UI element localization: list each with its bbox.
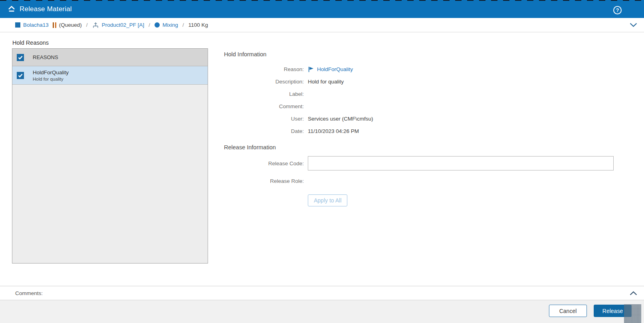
field-description: Description: Hold for quality — [224, 75, 614, 88]
field-reason: Reason: HoldForQuality — [224, 63, 614, 75]
apply-to-all-button[interactable]: Apply to All — [308, 194, 347, 206]
breadcrumb-separator: / — [182, 22, 184, 28]
chevron-up-icon[interactable] — [630, 291, 637, 295]
product-icon — [92, 22, 99, 28]
comments-label: Comments: — [15, 290, 43, 296]
comments-section[interactable]: Comments: — [0, 286, 644, 300]
release-code-input[interactable] — [308, 156, 614, 170]
details-panel: Hold Information Reason: HoldForQuality … — [224, 51, 614, 206]
row-text: HoldForQuality Hold for quality — [33, 69, 69, 81]
breadcrumb: Bolacha13 (Queued) / Product02_PF [A] / … — [0, 18, 644, 32]
material-state: (Queued) — [59, 22, 82, 28]
field-user: User: Services user (CMF\cmfsu) — [224, 113, 614, 125]
field-label-field: Label: — [224, 88, 614, 100]
hold-information-fields: Reason: HoldForQuality Description: Hold… — [224, 63, 614, 137]
reasons-column-header: REASONS — [33, 54, 58, 60]
reason-name: HoldForQuality — [33, 69, 69, 75]
field-label: Label: — [224, 91, 304, 97]
breadcrumb-product: Product02_PF [A] — [92, 22, 145, 28]
cursor-overlay-artifact — [624, 304, 641, 323]
select-all-checkbox[interactable] — [17, 54, 24, 61]
release-role-label: Release Role: — [224, 178, 304, 184]
pause-icon — [53, 22, 56, 28]
field-value: 11/10/2023 04:26 PM — [308, 128, 359, 135]
field-value: HoldForQuality — [308, 66, 353, 73]
hold-reasons-table-header: REASONS — [12, 49, 208, 66]
eject-icon[interactable] — [8, 6, 15, 12]
field-date: Date: 11/10/2023 04:26 PM — [224, 125, 614, 137]
hold-reasons-table: REASONS HoldForQuality Hold for quality — [12, 48, 208, 264]
breadcrumb-product-link[interactable]: Product02_PF [A] — [102, 22, 145, 28]
field-value: Hold for quality — [308, 78, 344, 85]
checkbox-check-icon — [18, 73, 23, 78]
field-label: Comment: — [224, 103, 304, 109]
field-label: Date: — [224, 128, 304, 134]
row-checkbox[interactable] — [17, 72, 24, 79]
page-title: Release Material — [20, 5, 72, 13]
hold-reasons-section-label: Hold Reasons — [12, 40, 49, 46]
breadcrumb-separator: / — [86, 22, 88, 28]
release-role-row: Release Role: — [224, 177, 614, 185]
footer-bar: Cancel Release — [0, 300, 644, 323]
release-information-title: Release Information — [224, 144, 614, 151]
breadcrumb-quantity: 1100 Kg — [188, 22, 208, 28]
hold-information-title: Hold Information — [224, 51, 614, 57]
table-row[interactable]: HoldForQuality Hold for quality — [12, 66, 208, 85]
reason-link[interactable]: HoldForQuality — [317, 66, 353, 72]
help-icon[interactable]: ? — [613, 6, 622, 14]
field-comment: Comment: — [224, 100, 614, 113]
breadcrumb-step-link[interactable]: Mixing — [162, 22, 178, 28]
chevron-down-icon[interactable] — [630, 23, 637, 27]
reason-description: Hold for quality — [33, 77, 69, 81]
field-label: Description: — [224, 79, 304, 85]
breadcrumb-separator: / — [149, 22, 150, 28]
field-label: Reason: — [224, 66, 304, 72]
material-square-icon — [15, 22, 20, 28]
checkbox-check-icon — [18, 55, 23, 60]
flag-icon — [308, 66, 314, 73]
field-value: Services user (CMF\cmfsu) — [308, 115, 373, 122]
release-code-label: Release Code: — [224, 161, 304, 166]
breadcrumb-material-link[interactable]: Bolacha13 — [23, 22, 49, 28]
field-label: User: — [224, 116, 304, 122]
step-circle-icon — [155, 22, 160, 28]
cancel-button[interactable]: Cancel — [549, 305, 587, 317]
release-code-row: Release Code: — [224, 156, 614, 170]
breadcrumb-step: Mixing — [155, 22, 178, 28]
screenshot-edge-artifact — [0, 0, 644, 1]
breadcrumb-material: Bolacha13 (Queued) — [15, 22, 82, 28]
title-bar: Release Material ? — [0, 0, 644, 18]
